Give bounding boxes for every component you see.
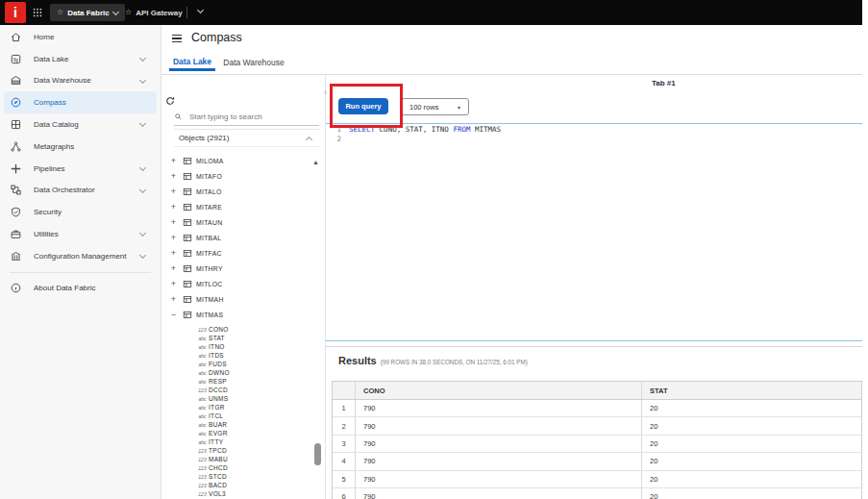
- expand-toggle[interactable]: +: [169, 233, 178, 242]
- tree-item-mithry[interactable]: +MITHRY: [169, 261, 311, 276]
- expand-toggle[interactable]: +: [169, 263, 178, 273]
- tab-data-lake[interactable]: Data Lake: [169, 54, 215, 71]
- object-search[interactable]: [174, 108, 319, 126]
- expand-toggle[interactable]: +: [169, 217, 178, 227]
- sidebar-item-pipelines[interactable]: Pipelines: [0, 158, 161, 180]
- tab-data-warehouse[interactable]: Data Warehouse: [223, 54, 285, 71]
- expand-toggle[interactable]: +: [169, 156, 178, 165]
- sidebar-item-compass[interactable]: Compass: [4, 91, 157, 113]
- tree-item-mitare[interactable]: +MITARE: [169, 199, 311, 214]
- tree-item-mitbal[interactable]: +MITBAL: [169, 230, 311, 245]
- sidebar-item-label: Metagraphs: [34, 142, 161, 151]
- expand-toggle[interactable]: +: [169, 202, 178, 212]
- tree-column-item[interactable]: abcEVGR: [196, 429, 311, 437]
- column-header-cono[interactable]: CONO: [356, 382, 642, 399]
- sidebar-item-label: Security: [34, 208, 161, 216]
- tree-column-item[interactable]: abcITCL: [196, 412, 311, 420]
- objects-section-header[interactable]: Objects (2921): [174, 129, 319, 147]
- expand-toggle[interactable]: +: [169, 294, 178, 304]
- text-type-icon: abc: [196, 362, 209, 367]
- sidebar-item-home[interactable]: Home: [0, 26, 161, 48]
- sidebar-item-metagraphs[interactable]: Metagraphs: [0, 136, 161, 158]
- tree-column-item[interactable]: 123TPCD: [196, 446, 311, 455]
- tree-column-item[interactable]: 123CONO: [196, 325, 311, 334]
- expand-toggle[interactable]: +: [169, 171, 178, 181]
- sql-editor[interactable]: 1 SELECT CONO, STAT, ITNO FROM MITMAS 2: [326, 123, 862, 340]
- tree-column-item[interactable]: abcUNMS: [196, 394, 311, 403]
- tree-column-item[interactable]: abcITDS: [196, 351, 311, 360]
- tree-item-mitmas[interactable]: −MITMAS: [169, 307, 311, 322]
- tree-column-item[interactable]: abcRESP: [196, 377, 311, 386]
- tree-column-label: RESP: [209, 378, 227, 385]
- table-row[interactable]: 379020: [333, 436, 861, 453]
- tree-column-item[interactable]: abcITTY: [196, 437, 311, 446]
- table-row[interactable]: 279020: [333, 417, 861, 435]
- tree-item-mitfac[interactable]: +MITFAC: [169, 245, 311, 261]
- tree-column-item[interactable]: 123BACD: [196, 481, 311, 489]
- chevron-down-icon[interactable]: [197, 7, 204, 13]
- tree-column-item[interactable]: 123CHCD: [196, 463, 311, 472]
- tree-item-mitmah[interactable]: +MITMAH: [169, 291, 311, 307]
- hamburger-menu-icon[interactable]: [172, 35, 182, 42]
- row-number: 1: [333, 400, 356, 416]
- tree-column-label: MABU: [209, 456, 228, 462]
- row-limit-select[interactable]: 100 rows ▾: [401, 98, 469, 115]
- sidebar-item-configuration-management[interactable]: Configuration Management: [0, 245, 161, 267]
- splitter-handle[interactable]: [326, 340, 862, 341]
- tree-column-item[interactable]: 123VOL3: [196, 489, 311, 498]
- tree-column-label: ITNO: [209, 343, 225, 350]
- table-row[interactable]: 579020: [333, 471, 861, 488]
- tree-column-item[interactable]: abcDWNO: [196, 368, 311, 377]
- table-row[interactable]: 179020: [333, 400, 861, 417]
- column-header-stat[interactable]: STAT: [642, 382, 861, 399]
- tree-item-miloma[interactable]: +MILOMA: [169, 153, 311, 168]
- sidebar-item-security[interactable]: Security: [0, 201, 161, 223]
- numeric-type-icon: 123: [196, 327, 209, 333]
- run-query-button[interactable]: Run query: [338, 98, 388, 114]
- tree-item-label: MITBAL: [196, 235, 221, 241]
- tree-column-item[interactable]: 123DCCD: [196, 386, 311, 394]
- tree-column-item[interactable]: abcBUAR: [196, 420, 311, 429]
- table-row[interactable]: 679020: [333, 488, 861, 499]
- tree-column-item[interactable]: abcSTAT: [196, 334, 311, 342]
- app-launcher-icon[interactable]: [32, 7, 43, 18]
- sidebar-item-data-warehouse[interactable]: Data Warehouse: [0, 70, 161, 92]
- tree-item-mitaun[interactable]: +MITAUN: [169, 214, 311, 230]
- tree-item-mitalo[interactable]: +MITALO: [169, 184, 311, 199]
- infor-logo[interactable]: i: [5, 2, 26, 23]
- sidebar-item-data-orchestrator[interactable]: Data Orchestrator: [0, 180, 161, 202]
- query-tab-label[interactable]: Tab #1: [652, 79, 676, 87]
- tree-column-label: DWNO: [209, 369, 230, 376]
- collapse-toggle[interactable]: −: [169, 310, 178, 319]
- tree-column-label: FUDS: [209, 361, 227, 367]
- table-icon: [183, 234, 192, 242]
- sql-text: CONO, STAT, ITNO: [375, 125, 453, 134]
- sidebar-item-about[interactable]: About Data Fabric: [0, 277, 161, 299]
- expand-toggle[interactable]: +: [169, 279, 178, 288]
- table-icon: [183, 311, 192, 319]
- table-row[interactable]: 479020: [333, 453, 861, 470]
- sidebar-item-data-lake[interactable]: Data Lake: [0, 48, 161, 70]
- panel-collapse-icon[interactable]: ‹: [324, 87, 327, 97]
- top-bar: i ☆ Data Fabric ☆ API Gateway: [0, 0, 862, 25]
- refresh-icon[interactable]: [164, 95, 176, 107]
- tree-column-item[interactable]: abcITGR: [196, 403, 311, 412]
- app-link-api-gateway[interactable]: ☆ API Gateway: [125, 4, 183, 21]
- sidebar-item-data-catalog[interactable]: Data Catalog: [0, 113, 161, 136]
- expand-toggle[interactable]: +: [169, 187, 178, 196]
- expand-toggle[interactable]: +: [169, 248, 178, 258]
- scroll-up-icon[interactable]: ▲: [312, 159, 319, 165]
- tree-column-item[interactable]: abcITNO: [196, 342, 311, 351]
- tree-item-mitafo[interactable]: +MITAFO: [169, 168, 311, 184]
- tree-column-item[interactable]: 123MABU: [196, 455, 311, 463]
- search-input[interactable]: [187, 112, 307, 122]
- cell-stat: 20: [642, 471, 861, 487]
- tree-column-item[interactable]: 123STCD: [196, 472, 311, 481]
- app-switcher-data-fabric[interactable]: ☆ Data Fabric: [50, 4, 125, 21]
- tree-scrollbar-thumb[interactable]: [314, 443, 321, 465]
- line-number: 2: [326, 135, 341, 143]
- sidebar-item-utilities[interactable]: Utilities: [0, 223, 161, 245]
- tree-item-mitloc[interactable]: +MITLOC: [169, 276, 311, 291]
- objects-tree: +MILOMA +MITAFO +MITALO +MITARE +MITAUN …: [169, 153, 311, 322]
- tree-column-item[interactable]: abcFUDS: [196, 360, 311, 368]
